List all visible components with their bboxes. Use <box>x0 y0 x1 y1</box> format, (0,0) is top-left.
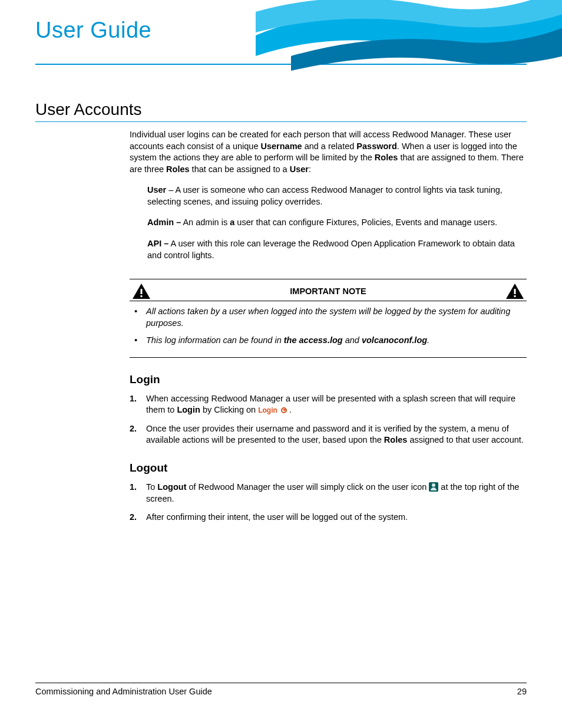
role-label: Admin – <box>147 218 181 227</box>
text: . <box>287 405 292 414</box>
bold-roles: Roles <box>384 435 408 444</box>
svg-rect-1 <box>141 295 143 297</box>
text: by Clicking on <box>200 405 258 414</box>
text: assigned to that user account. <box>407 435 524 444</box>
logout-step-1: 1. To Logout of Redwood Manager the user… <box>130 482 527 505</box>
bold-volcanolog: volcanoconf.log <box>362 335 427 345</box>
decorative-swoosh <box>256 0 562 83</box>
step-body: When accessing Redwood Manager a user wi… <box>146 393 527 416</box>
section-title: User Accounts <box>35 100 527 122</box>
warning-icon <box>132 283 151 299</box>
login-button-label: Login <box>258 406 277 414</box>
step-number: 2. <box>130 512 146 523</box>
bold-login: Login <box>177 405 200 414</box>
note-bullet: All actions taken by a user when logged … <box>130 306 527 329</box>
login-step-2: 2. Once the user provides their username… <box>130 423 527 446</box>
bold-logout: Logout <box>157 482 186 492</box>
role-user: User – A user is someone who can access … <box>130 185 527 207</box>
logout-heading: Logout <box>130 462 527 475</box>
note-body: All actions taken by a user when logged … <box>130 301 527 357</box>
intro-paragraph: Individual user logins can be created fo… <box>130 129 527 175</box>
text: that can be assigned to a <box>190 164 290 174</box>
step-number: 1. <box>130 393 146 416</box>
bold-username: Username <box>260 141 302 151</box>
content-column: Individual user logins can be created fo… <box>35 129 527 523</box>
doc-title: User Guide <box>35 18 151 43</box>
role-text: A user with this role can leverage the R… <box>147 239 515 260</box>
note-title: IMPORTANT NOTE <box>151 286 505 296</box>
role-text: – A user is someone who can access Redwo… <box>147 185 503 206</box>
page-footer: Commissioning and Administration User Gu… <box>35 683 527 696</box>
step-number: 2. <box>130 423 146 446</box>
login-step-1: 1. When accessing Redwood Manager a user… <box>130 393 527 416</box>
bold-password: Password <box>356 141 397 151</box>
important-note-box: IMPORTANT NOTE All actions taken by a us… <box>130 279 527 358</box>
page-number: 29 <box>517 687 527 696</box>
role-admin: Admin – An admin is a user that can conf… <box>130 217 527 229</box>
text: : <box>309 164 311 174</box>
svg-rect-3 <box>514 295 516 297</box>
text: This log information can be found in <box>146 335 284 345</box>
bold-roles: Roles <box>375 153 398 162</box>
login-dropdown-icon <box>281 407 287 413</box>
note-bullet: This log information can be found in the… <box>130 335 527 347</box>
page: User Guide User Accounts Individual user… <box>0 0 562 728</box>
bold-user: User <box>290 164 309 174</box>
text: and <box>343 335 362 345</box>
warning-icon <box>505 283 524 299</box>
step-body: After confirming their intent, the user … <box>146 512 527 523</box>
role-api: API – A user with this role can leverage… <box>130 238 527 261</box>
text: and a related <box>302 141 357 151</box>
text: To <box>146 482 157 492</box>
page-header: User Guide <box>35 18 527 65</box>
logout-step-2: 2. After confirming their intent, the us… <box>130 512 527 523</box>
login-heading: Login <box>130 373 527 386</box>
step-number: 1. <box>130 482 146 505</box>
svg-rect-0 <box>141 289 143 294</box>
user-icon <box>429 482 438 492</box>
step-body: Once the user provides their username an… <box>146 423 527 446</box>
role-label: User <box>147 185 166 195</box>
role-text: An admin is <box>181 218 230 227</box>
bold-accesslog: the access.log <box>284 335 343 345</box>
role-text: user that can configure Fixtures, Polici… <box>234 218 497 227</box>
note-header: IMPORTANT NOTE <box>130 279 527 301</box>
role-label: API – <box>147 239 168 248</box>
text: . <box>427 335 429 345</box>
text: of Redwood Manager the user will simply … <box>186 482 429 492</box>
bold-roles-2: Roles <box>166 164 190 174</box>
svg-rect-2 <box>514 289 516 294</box>
footer-title: Commissioning and Administration User Gu… <box>35 687 212 696</box>
step-body: To Logout of Redwood Manager the user wi… <box>146 482 527 505</box>
